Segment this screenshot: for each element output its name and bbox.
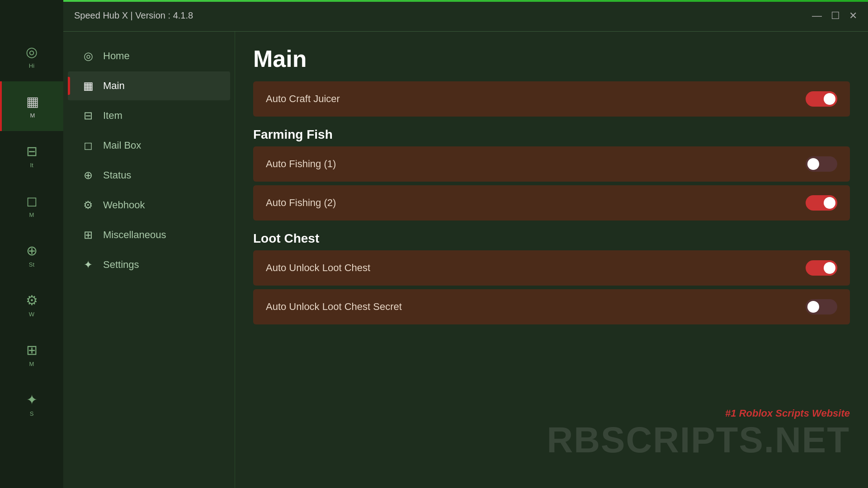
close-button[interactable]: ✕ [849, 11, 857, 21]
feature-label-auto-craft-juicer: Auto Craft Juicer [266, 93, 340, 105]
nav-label-nav-mailbox: Mail Box [103, 140, 141, 151]
icon-label-icon-mail: M [29, 211, 34, 218]
toggle-auto-fishing-1[interactable] [806, 156, 837, 172]
nav-label-nav-misc: Miscellaneous [103, 229, 166, 241]
icon-icon-main: ▦ [26, 94, 39, 109]
toggle-auto-fishing-2[interactable] [806, 195, 837, 211]
icon-sidebar-item-icon-status[interactable]: ⊕ St [0, 230, 63, 280]
nav-label-nav-main: Main [103, 80, 125, 92]
nav-label-nav-home: Home [103, 50, 130, 62]
icon-sidebar-item-icon-item[interactable]: ⊟ It [0, 131, 63, 181]
nav-icon-nav-item: ⊟ [81, 109, 95, 122]
minimize-button[interactable]: — [812, 11, 822, 21]
icon-sidebar-item-icon-settings[interactable]: ✦ S [0, 380, 63, 429]
nav-icon-nav-mailbox: ◻ [81, 139, 95, 152]
feature-row-auto-craft-juicer: Auto Craft Juicer [253, 81, 850, 117]
icon-label-icon-main: M [30, 112, 35, 119]
icon-icon-item: ⊟ [26, 143, 38, 159]
icon-sidebar-item-icon-hi[interactable]: ◎ Hi [0, 32, 63, 81]
watermark-top-text: #1 Roblox Scripts Website [547, 408, 850, 419]
icon-sidebar: ◎ Hi ▦ M ⊟ It ◻ M ⊕ St ⚙ W ⊞ M ✦ S [0, 0, 63, 488]
nav-icon-nav-webhook: ⚙ [81, 199, 95, 211]
icon-sidebar-item-icon-main[interactable]: ▦ M [0, 81, 63, 131]
title-bar: Speed Hub X | Version : 4.1.8 — ☐ ✕ [63, 0, 868, 32]
section-label-section-farming-fish: Farming Fish [253, 127, 850, 142]
icon-icon-webhook: ⚙ [26, 292, 38, 308]
window-title: Speed Hub X | Version : 4.1.8 [74, 10, 193, 21]
toggle-knob-auto-fishing-2 [824, 197, 835, 209]
section-section-farming-fish: Farming Fish Auto Fishing (1) Auto Fishi… [253, 127, 850, 221]
nav-icon-nav-home: ◎ [81, 50, 95, 62]
section-section-loot-chest: Loot Chest Auto Unlock Loot Chest Auto U… [253, 231, 850, 324]
nav-item-nav-home[interactable]: ◎ Home [68, 42, 230, 70]
feature-row-auto-fishing-2: Auto Fishing (2) [253, 185, 850, 221]
nav-label-nav-webhook: Webhook [103, 199, 145, 211]
nav-sidebar: ◎ Home ▦ Main ⊟ Item ◻ Mail Box ⊕ Status… [63, 32, 235, 488]
section-section-general: Auto Craft Juicer [253, 81, 850, 117]
icon-label-icon-misc: M [29, 361, 34, 367]
icon-label-icon-status: St [29, 261, 34, 268]
toggle-auto-craft-juicer[interactable] [806, 91, 837, 107]
feature-label-auto-unlock-loot-chest-secret: Auto Unlock Loot Chest Secret [266, 301, 402, 313]
nav-item-nav-settings[interactable]: ✦ Settings [68, 250, 230, 279]
window-controls: — ☐ ✕ [812, 11, 857, 21]
maximize-button[interactable]: ☐ [831, 11, 840, 21]
feature-label-auto-fishing-1: Auto Fishing (1) [266, 158, 336, 170]
toggle-knob-auto-craft-juicer [824, 93, 835, 105]
icon-sidebar-item-icon-misc[interactable]: ⊞ M [0, 330, 63, 380]
feature-label-auto-unlock-loot-chest: Auto Unlock Loot Chest [266, 262, 370, 274]
nav-item-nav-mailbox[interactable]: ◻ Mail Box [68, 131, 230, 160]
nav-label-nav-settings: Settings [103, 259, 139, 271]
watermark: #1 Roblox Scripts Website RBSCRIPTS.NET [547, 408, 850, 461]
icon-label-icon-hi: Hi [29, 62, 34, 69]
icon-label-icon-item: It [30, 162, 33, 169]
nav-label-nav-item: Item [103, 110, 123, 122]
nav-icon-nav-settings: ✦ [81, 258, 95, 271]
icon-label-icon-webhook: W [29, 311, 34, 318]
icon-label-icon-settings: S [30, 410, 34, 417]
watermark-main-text: RBSCRIPTS.NET [547, 419, 850, 461]
icon-icon-mail: ◻ [26, 193, 38, 209]
progress-bar [63, 0, 868, 2]
icon-icon-settings: ✦ [26, 392, 38, 408]
nav-item-nav-webhook[interactable]: ⚙ Webhook [68, 191, 230, 220]
feature-row-auto-unlock-loot-chest-secret: Auto Unlock Loot Chest Secret [253, 289, 850, 324]
toggle-auto-unlock-loot-chest[interactable] [806, 260, 837, 276]
feature-row-auto-unlock-loot-chest: Auto Unlock Loot Chest [253, 250, 850, 286]
nav-item-nav-main[interactable]: ▦ Main [68, 71, 230, 100]
page-title: Main [253, 45, 850, 72]
nav-icon-nav-status: ⊕ [81, 169, 95, 182]
nav-icon-nav-main: ▦ [81, 80, 95, 92]
nav-item-nav-misc[interactable]: ⊞ Miscellaneous [68, 221, 230, 249]
feature-row-auto-fishing-1: Auto Fishing (1) [253, 146, 850, 182]
toggle-auto-unlock-loot-chest-secret[interactable] [806, 299, 837, 314]
icon-icon-status: ⊕ [26, 243, 38, 258]
nav-icon-nav-misc: ⊞ [81, 229, 95, 241]
nav-item-nav-status[interactable]: ⊕ Status [68, 161, 230, 190]
toggle-knob-auto-unlock-loot-chest-secret [807, 301, 819, 313]
icon-sidebar-item-icon-mail[interactable]: ◻ M [0, 181, 63, 230]
toggle-knob-auto-unlock-loot-chest [824, 262, 835, 274]
icon-icon-hi: ◎ [26, 44, 38, 60]
section-label-section-loot-chest: Loot Chest [253, 231, 850, 246]
icon-sidebar-item-icon-webhook[interactable]: ⚙ W [0, 280, 63, 330]
icon-icon-misc: ⊞ [26, 342, 38, 358]
feature-label-auto-fishing-2: Auto Fishing (2) [266, 197, 336, 209]
toggle-knob-auto-fishing-1 [807, 158, 819, 170]
nav-label-nav-status: Status [103, 169, 131, 181]
nav-item-nav-item[interactable]: ⊟ Item [68, 101, 230, 130]
main-content: Main Auto Craft Juicer Farming Fish Auto… [235, 32, 868, 488]
